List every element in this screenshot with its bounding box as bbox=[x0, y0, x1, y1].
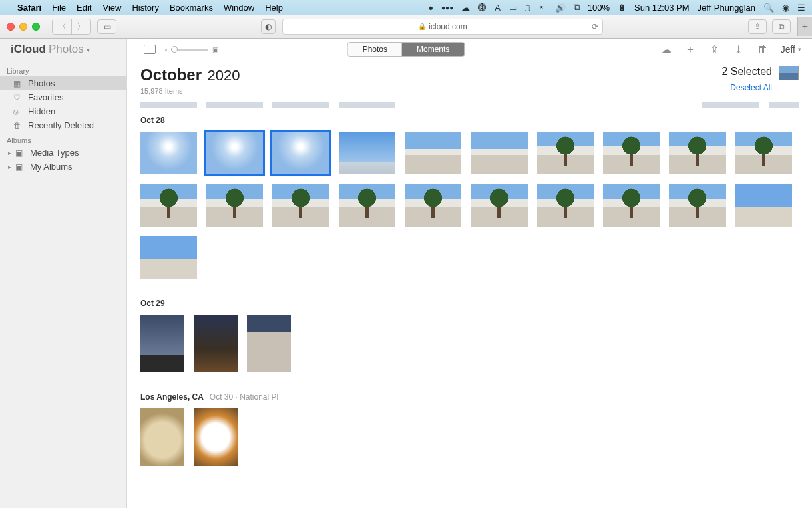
menubar-edit[interactable]: Edit bbox=[77, 3, 91, 13]
sidebar-item-hidden[interactable]: ⦸ Hidden bbox=[0, 104, 126, 118]
tabs-button[interactable]: ⧉ bbox=[772, 19, 791, 34]
zoom-slider[interactable]: ▫ ▣ bbox=[165, 46, 219, 53]
photo-thumb[interactable] bbox=[339, 184, 395, 227]
cloud-icon[interactable]: ☁ bbox=[461, 3, 470, 13]
photo-thumb[interactable] bbox=[194, 408, 238, 466]
menubar-clock[interactable]: Sun 12:03 PM bbox=[634, 3, 689, 13]
disclosure-icon[interactable]: ▸ bbox=[8, 150, 11, 156]
address-text: icloud.com bbox=[429, 22, 467, 31]
segment-photos[interactable]: Photos bbox=[348, 43, 402, 56]
forward-button[interactable]: 〉 bbox=[71, 19, 90, 34]
menubar-app[interactable]: Safari bbox=[17, 3, 41, 13]
menubar-file[interactable]: File bbox=[52, 3, 66, 13]
siri-icon[interactable]: ◉ bbox=[782, 3, 789, 13]
photo-thumb[interactable] bbox=[603, 132, 660, 174]
screen-icon[interactable]: ⧉ bbox=[574, 2, 580, 13]
share-icon[interactable]: ⇪ bbox=[708, 43, 721, 56]
appstore-icon[interactable]: A bbox=[495, 3, 501, 13]
reader-button[interactable]: ◐ bbox=[261, 19, 276, 34]
photo-thumb[interactable] bbox=[669, 184, 726, 227]
sidebar-header-library: Library bbox=[0, 63, 126, 76]
battery-percent[interactable]: 100% bbox=[588, 3, 610, 13]
photo-thumb[interactable] bbox=[206, 102, 263, 108]
photo-thumb[interactable] bbox=[603, 184, 660, 227]
back-button[interactable]: 〈 bbox=[53, 19, 71, 34]
reload-icon[interactable]: ⟳ bbox=[592, 22, 598, 31]
status-dot-icon[interactable]: ● bbox=[428, 3, 433, 13]
section-location: Los Angeles, CA bbox=[140, 392, 203, 402]
photo-thumb[interactable] bbox=[140, 132, 197, 174]
disclosure-icon[interactable]: ▸ bbox=[8, 164, 11, 170]
address-bar[interactable]: 🔒 icloud.com ⟳ bbox=[282, 19, 603, 35]
sidebar-header-albums: Albums bbox=[0, 132, 126, 146]
new-tab-button[interactable]: + bbox=[797, 17, 812, 36]
view-segment: Photos Moments bbox=[347, 42, 465, 57]
grid-oct30 bbox=[127, 406, 812, 478]
photo-thumb[interactable] bbox=[735, 184, 792, 227]
segment-moments[interactable]: Moments bbox=[402, 43, 464, 56]
sidebar-item-media-types[interactable]: ▸ ▣ Media Types bbox=[0, 146, 126, 160]
deselect-all-link[interactable]: Deselect All bbox=[721, 83, 772, 92]
user-menu[interactable]: Jeff ▾ bbox=[781, 44, 801, 55]
photo-thumb[interactable] bbox=[339, 102, 395, 108]
photo-thumb[interactable] bbox=[405, 132, 461, 174]
sidebar-item-favorites[interactable]: ♡ Favorites bbox=[0, 90, 126, 104]
sidebar-item-recently-deleted[interactable]: 🗑 Recently Deleted bbox=[0, 118, 126, 132]
sidebar-item-photos[interactable]: ▦ Photos bbox=[0, 76, 126, 90]
status-dots-icon[interactable]: ●●● bbox=[441, 4, 453, 11]
display-icon[interactable]: ▭ bbox=[509, 3, 517, 13]
window-controls bbox=[7, 23, 40, 31]
photo-thumb[interactable] bbox=[272, 184, 329, 227]
delete-icon[interactable]: 🗑 bbox=[757, 43, 769, 55]
menubar-help[interactable]: Help bbox=[265, 3, 283, 13]
menubar-user[interactable]: Jeff Phungglan bbox=[698, 3, 756, 13]
photo-thumb[interactable] bbox=[272, 102, 329, 108]
app-title[interactable]: iCloud Photos ▾ bbox=[11, 43, 90, 56]
sidebar-item-my-albums[interactable]: ▸ ▣ My Albums bbox=[0, 160, 126, 174]
photo-thumb[interactable] bbox=[471, 184, 528, 227]
zoom-thumb[interactable] bbox=[171, 46, 178, 53]
filmstrip-icon[interactable] bbox=[144, 45, 156, 54]
volume-icon[interactable]: 🔊 bbox=[555, 3, 566, 13]
photo-thumb[interactable] bbox=[405, 184, 461, 227]
photo-thumb[interactable] bbox=[140, 408, 184, 466]
photo-thumb[interactable] bbox=[140, 184, 197, 227]
menubar-history[interactable]: History bbox=[132, 3, 158, 13]
add-icon[interactable]: ＋ bbox=[684, 43, 696, 57]
photo-thumb[interactable] bbox=[206, 184, 263, 227]
globe-icon[interactable]: 🌐︎ bbox=[478, 3, 487, 13]
photo-thumb[interactable] bbox=[140, 236, 197, 279]
photo-thumb[interactable] bbox=[735, 132, 792, 174]
photo-thumb[interactable] bbox=[194, 315, 238, 372]
photo-thumb[interactable] bbox=[471, 132, 528, 174]
upload-icon[interactable]: ☁︎ bbox=[660, 43, 672, 56]
photo-thumb[interactable] bbox=[206, 132, 263, 174]
download-icon[interactable]: ⤓ bbox=[733, 43, 745, 56]
sidebar-toggle-button[interactable]: ▭ bbox=[97, 19, 116, 34]
menubar-window[interactable]: Window bbox=[224, 3, 254, 13]
photo-thumb[interactable] bbox=[272, 132, 329, 174]
photo-thumb[interactable] bbox=[537, 184, 594, 227]
share-page-button[interactable]: ⇪ bbox=[748, 19, 767, 34]
menubar-bookmarks[interactable]: Bookmarks bbox=[170, 3, 213, 13]
menubar-view[interactable]: View bbox=[103, 3, 122, 13]
photo-thumb[interactable] bbox=[769, 102, 799, 108]
bluetooth-icon[interactable]: ⎍ bbox=[525, 3, 530, 13]
chevron-down-icon: ▾ bbox=[87, 46, 90, 53]
photos-icon: ▦ bbox=[13, 79, 23, 88]
photo-thumb[interactable] bbox=[702, 102, 759, 108]
wifi-icon[interactable]: ᯤ bbox=[538, 3, 547, 13]
spotlight-icon[interactable]: 🔍 bbox=[763, 3, 774, 13]
close-window-button[interactable] bbox=[7, 23, 15, 31]
photo-thumb[interactable] bbox=[537, 132, 594, 174]
minimize-window-button[interactable] bbox=[19, 23, 27, 31]
battery-icon[interactable]: 🔋︎ bbox=[618, 3, 626, 13]
photo-thumb[interactable] bbox=[669, 132, 726, 174]
photo-thumb[interactable] bbox=[247, 315, 291, 372]
zoom-window-button[interactable] bbox=[32, 23, 40, 31]
notification-center-icon[interactable]: ☰ bbox=[797, 3, 805, 13]
photo-thumb[interactable] bbox=[140, 315, 184, 372]
zoom-track[interactable] bbox=[171, 49, 208, 51]
photo-thumb[interactable] bbox=[140, 102, 197, 108]
photo-thumb[interactable] bbox=[339, 132, 395, 174]
